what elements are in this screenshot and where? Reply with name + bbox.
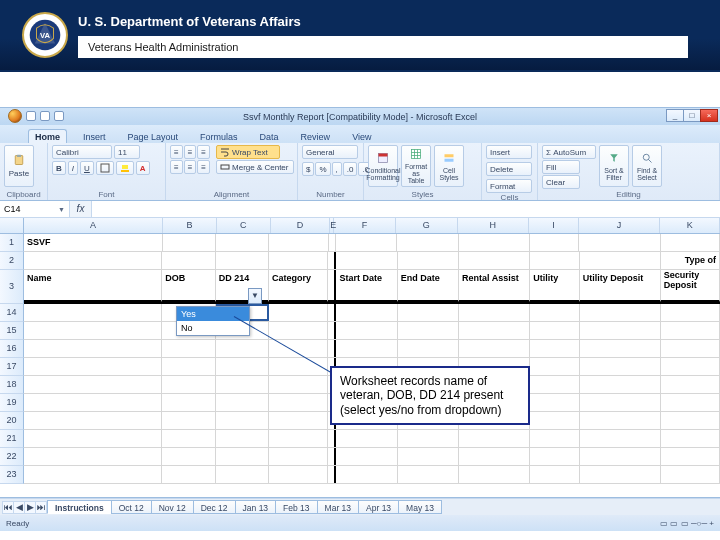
- row-header[interactable]: 23: [0, 466, 24, 484]
- col-header[interactable]: K: [660, 218, 720, 233]
- col-header[interactable]: F: [334, 218, 396, 233]
- cell[interactable]: [269, 234, 328, 251]
- worksheet-area[interactable]: A B C D E F G H I J K 1 2 3 14 15 16 17 …: [0, 218, 720, 498]
- percent-button[interactable]: %: [315, 162, 330, 176]
- cell[interactable]: [661, 376, 720, 393]
- cell[interactable]: [580, 322, 661, 339]
- cell[interactable]: [661, 448, 720, 465]
- cell[interactable]: [269, 322, 328, 339]
- cell[interactable]: Name: [24, 270, 162, 302]
- cell[interactable]: [530, 412, 579, 429]
- cell[interactable]: [163, 234, 216, 251]
- cell[interactable]: [216, 448, 269, 465]
- cell[interactable]: [162, 252, 215, 269]
- cell[interactable]: Rental Assist: [459, 270, 530, 302]
- cell[interactable]: [162, 394, 215, 411]
- cell[interactable]: [336, 430, 397, 447]
- cell[interactable]: [216, 394, 269, 411]
- underline-button[interactable]: U: [80, 161, 94, 175]
- cell[interactable]: [580, 430, 661, 447]
- cell[interactable]: [216, 252, 269, 269]
- cell[interactable]: [579, 234, 660, 251]
- cell[interactable]: [580, 448, 661, 465]
- sheet-tab[interactable]: Oct 12: [111, 500, 152, 514]
- sheet-tab[interactable]: Instructions: [47, 500, 112, 514]
- cell[interactable]: [580, 466, 661, 483]
- cell[interactable]: Start Date: [336, 270, 397, 302]
- cell[interactable]: [269, 466, 328, 483]
- cell[interactable]: Security Deposit: [661, 270, 720, 302]
- cell[interactable]: [24, 466, 162, 483]
- cell[interactable]: Type of: [661, 252, 720, 269]
- sheet-tab[interactable]: Mar 13: [317, 500, 359, 514]
- number-format-select[interactable]: General: [302, 145, 358, 159]
- cell[interactable]: [336, 448, 397, 465]
- cell-dropdown-button[interactable]: ▼: [248, 288, 262, 304]
- row-header[interactable]: 17: [0, 358, 24, 376]
- cell[interactable]: [162, 466, 215, 483]
- cell[interactable]: [580, 376, 661, 393]
- inc-decimal-button[interactable]: .0: [343, 162, 358, 176]
- border-button[interactable]: [96, 161, 114, 175]
- cell[interactable]: [398, 304, 459, 321]
- conditional-formatting-button[interactable]: Conditional Formatting: [368, 145, 398, 187]
- cell[interactable]: [216, 234, 269, 251]
- close-button[interactable]: ×: [700, 109, 718, 122]
- cell-grid[interactable]: SSVF Type of Name DOB DD 214 Category St…: [24, 234, 720, 484]
- bold-button[interactable]: B: [52, 161, 66, 175]
- qat-undo-icon[interactable]: [40, 111, 50, 121]
- chevron-down-icon[interactable]: ▼: [58, 206, 65, 213]
- cell[interactable]: [269, 304, 328, 321]
- col-header[interactable]: J: [579, 218, 661, 233]
- font-family-select[interactable]: Calibri: [52, 145, 112, 159]
- zoom-controls[interactable]: ▭ ▭ ▭ ─○─ +: [660, 519, 714, 528]
- sheet-tab[interactable]: Apr 13: [358, 500, 399, 514]
- tab-nav-last[interactable]: ⏭: [35, 501, 47, 514]
- cell[interactable]: [580, 340, 661, 357]
- cell[interactable]: [329, 234, 336, 251]
- merge-center-button[interactable]: Merge & Center: [216, 160, 294, 174]
- fill-color-button[interactable]: [116, 161, 134, 175]
- row-header[interactable]: 3: [0, 270, 24, 304]
- cell[interactable]: [661, 394, 720, 411]
- cell[interactable]: [24, 412, 162, 429]
- cell[interactable]: [459, 252, 530, 269]
- office-button[interactable]: [8, 109, 22, 123]
- cell[interactable]: [580, 304, 661, 321]
- cell[interactable]: SSVF: [24, 234, 163, 251]
- cell[interactable]: [459, 448, 530, 465]
- tab-page-layout[interactable]: Page Layout: [122, 130, 185, 143]
- col-header[interactable]: C: [217, 218, 271, 233]
- cell[interactable]: [336, 466, 397, 483]
- col-header[interactable]: G: [396, 218, 458, 233]
- cell[interactable]: [459, 430, 530, 447]
- cell[interactable]: [336, 304, 397, 321]
- cell[interactable]: [530, 466, 579, 483]
- font-size-select[interactable]: 11: [114, 145, 140, 159]
- cell[interactable]: [398, 448, 459, 465]
- cell[interactable]: Utility Deposit: [580, 270, 661, 302]
- cell[interactable]: [269, 430, 328, 447]
- find-select-button[interactable]: Find & Select: [632, 145, 662, 187]
- cell[interactable]: [661, 466, 720, 483]
- cell[interactable]: [328, 322, 336, 339]
- cell[interactable]: [328, 448, 336, 465]
- cell[interactable]: [24, 340, 162, 357]
- autosum-button[interactable]: Σ AutoSum: [542, 145, 596, 159]
- cell[interactable]: [661, 234, 720, 251]
- tab-home[interactable]: Home: [28, 129, 67, 143]
- cell[interactable]: [216, 376, 269, 393]
- clear-button[interactable]: Clear: [542, 175, 580, 189]
- cell[interactable]: [269, 394, 328, 411]
- row-headers[interactable]: 1 2 3 14 15 16 17 18 19 20 21 22 23: [0, 234, 24, 484]
- cell[interactable]: [530, 430, 579, 447]
- comma-button[interactable]: ,: [332, 162, 342, 176]
- tab-data[interactable]: Data: [254, 130, 285, 143]
- select-all-corner[interactable]: [0, 218, 24, 234]
- cell[interactable]: [328, 304, 336, 321]
- cell[interactable]: [336, 252, 397, 269]
- cell[interactable]: End Date: [398, 270, 459, 302]
- cell[interactable]: [398, 430, 459, 447]
- cell[interactable]: [580, 394, 661, 411]
- qat-redo-icon[interactable]: [54, 111, 64, 121]
